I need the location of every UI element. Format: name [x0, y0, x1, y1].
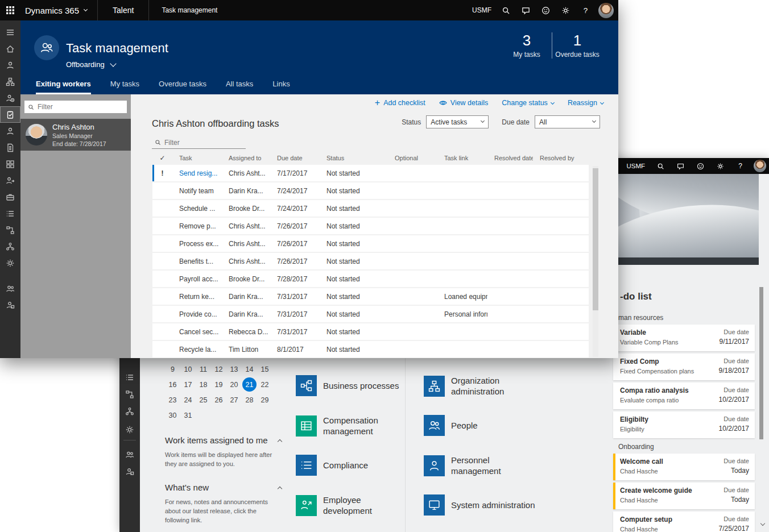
calendar-day[interactable]: 28: [242, 392, 257, 408]
column-header[interactable]: Due date: [270, 155, 320, 161]
calendar-day[interactable]: 17: [180, 377, 196, 392]
sidebar-item-transitions[interactable]: [0, 172, 20, 189]
sidebar-menu-button[interactable]: [0, 24, 20, 40]
todo-card[interactable]: Computer setup Chad Hasche Due date 7/25…: [613, 512, 755, 532]
sidebar-item-personnel[interactable]: [0, 123, 20, 139]
column-header[interactable]: Status: [320, 155, 388, 161]
add-checklist-button[interactable]: + Add checklist: [375, 99, 425, 107]
table-row[interactable]: Benefits t... Chris Asht... 7/26/2017 No…: [152, 253, 589, 269]
table-row[interactable]: Return ke... Darin Kra... 7/31/2017 Not …: [152, 288, 589, 305]
sidebar-item-home[interactable]: [0, 40, 20, 57]
calendar-day[interactable]: 12: [211, 361, 226, 377]
sidebar-item-teams[interactable]: [0, 280, 20, 297]
tile-organization-administration[interactable]: Organization administration: [424, 375, 543, 397]
cell-task[interactable]: Provide co...: [172, 310, 222, 318]
sidebar-item-leave[interactable]: [0, 90, 20, 106]
table-scrollbar[interactable]: [593, 166, 598, 357]
table-row[interactable]: Recycle la... Tim Litton 8/1/2017 Not st…: [152, 341, 589, 358]
todo-card[interactable]: Eligibilty Eligibility Due date 10/2/201…: [613, 412, 755, 438]
sidebar-item-compliance[interactable]: [119, 371, 140, 384]
column-header[interactable]: Resolved date: [487, 155, 533, 161]
table-scrollbar-thumb[interactable]: [593, 168, 598, 310]
tile-personnel-management[interactable]: Personnel management: [424, 455, 543, 476]
todo-card[interactable]: Compa ratio analysis Evaluate compa rati…: [613, 383, 755, 409]
help-button[interactable]: ?: [730, 158, 750, 174]
calendar-day[interactable]: 10: [180, 361, 196, 377]
workspace-tab[interactable]: Overdue tasks: [159, 80, 206, 94]
cell-task[interactable]: Send resig...: [172, 169, 222, 177]
view-selector[interactable]: Offboarding: [66, 60, 115, 69]
calendar-day[interactable]: 13: [226, 361, 242, 377]
view-details-button[interactable]: View details: [439, 99, 488, 107]
tile-employee-development[interactable]: Employee development: [296, 494, 415, 516]
sidebar-item-jobs[interactable]: [0, 189, 20, 205]
sidebar-item-task-management[interactable]: [0, 106, 20, 123]
cell-task[interactable]: Remove p...: [172, 222, 222, 230]
settings-button[interactable]: [710, 158, 730, 174]
company-selector[interactable]: USMF: [626, 163, 645, 169]
column-header[interactable]: Task: [172, 155, 222, 161]
calendar-day[interactable]: 24: [180, 392, 196, 408]
cell-task[interactable]: Cancel sec...: [172, 328, 222, 336]
cell-task[interactable]: Benefits t...: [172, 257, 222, 265]
settings-button[interactable]: [556, 0, 576, 20]
table-row[interactable]: Provide co... Darin Kra... 7/31/2017 Not…: [152, 306, 589, 322]
user-avatar[interactable]: [598, 3, 614, 18]
cell-task[interactable]: Notify team: [172, 187, 222, 195]
todo-card[interactable]: Create welcome guide Chad Hasche Due dat…: [613, 483, 755, 509]
user-avatar[interactable]: [754, 160, 766, 172]
search-button[interactable]: [651, 158, 671, 174]
sidebar-item-system[interactable]: [0, 255, 20, 271]
calendar-day[interactable]: 29: [257, 392, 272, 408]
table-row[interactable]: ! Send resig... Chris Asht... 7/17/2017 …: [152, 165, 589, 181]
search-button[interactable]: [496, 0, 516, 20]
sidebar-item-teams[interactable]: [119, 448, 140, 462]
sidebar-item-benefits[interactable]: [0, 156, 20, 172]
grid-filter-input[interactable]: [164, 139, 243, 147]
calendar-day[interactable]: 31: [180, 408, 196, 423]
workspace-tab[interactable]: Exiting workers: [36, 80, 91, 94]
calendar-day[interactable]: 26: [211, 392, 226, 408]
company-selector[interactable]: USMF: [472, 6, 491, 14]
sidebar-item-processes[interactable]: [0, 222, 20, 238]
messages-button[interactable]: [671, 158, 691, 174]
table-row[interactable]: Process ex... Chris Asht... 7/26/2017 No…: [152, 235, 589, 252]
worker-filter-input[interactable]: [38, 103, 123, 111]
feedback-button[interactable]: [691, 158, 710, 174]
worker-list-item-selected[interactable]: Chris Ashton Sales Manager End date: 7/2…: [20, 119, 131, 151]
calendar-day[interactable]: 27: [226, 392, 242, 408]
app-launcher-button[interactable]: [0, 0, 20, 20]
select-all-column-header[interactable]: ✓: [152, 154, 172, 162]
calendar-day[interactable]: 25: [196, 392, 211, 408]
status-filter-select[interactable]: Active tasks: [426, 115, 489, 128]
table-row[interactable]: Cancel sec... Rebecca D... 7/31/2017 Not…: [152, 323, 589, 340]
calendar-day[interactable]: 20: [226, 377, 242, 392]
app-name[interactable]: Talent: [97, 0, 149, 20]
cell-task[interactable]: Schedule ...: [172, 205, 222, 213]
sidebar-item-compliance[interactable]: [0, 205, 20, 222]
help-button[interactable]: ?: [576, 0, 596, 20]
column-header[interactable]: Task link: [437, 155, 487, 161]
tile-people[interactable]: People: [424, 415, 543, 436]
sidebar-item-employees[interactable]: [0, 57, 20, 73]
table-row[interactable]: Notify team Darin Kra... 7/24/2017 Not s…: [152, 182, 589, 199]
calendar-day[interactable]: 23: [165, 392, 180, 408]
todo-card[interactable]: Fixed Comp Fixed Compensation plans Due …: [613, 354, 755, 380]
table-row[interactable]: Payroll acc... Brooke Dr... 7/28/2017 No…: [152, 271, 589, 287]
calendar-day[interactable]: 11: [196, 361, 211, 377]
sidebar-item-onboarding[interactable]: [119, 465, 140, 479]
cell-task[interactable]: Payroll acc...: [172, 275, 222, 283]
sidebar-item-org-chart[interactable]: [0, 73, 20, 90]
collapse-up-icon[interactable]: [278, 486, 282, 491]
tile-compliance[interactable]: Compliance: [296, 455, 415, 476]
calendar-day[interactable]: 15: [257, 361, 272, 377]
change-status-button[interactable]: Change status: [502, 99, 554, 107]
due-date-filter-select[interactable]: All: [535, 115, 600, 128]
calendar-day[interactable]: 30: [165, 408, 180, 423]
todo-card[interactable]: Welcome call Chad Hasche Due date Today: [613, 454, 755, 480]
feedback-button[interactable]: [536, 0, 556, 20]
calendar-day[interactable]: 22: [257, 377, 272, 392]
workspace-tab[interactable]: Links: [272, 80, 290, 94]
column-header[interactable]: Assigned to: [222, 155, 270, 161]
column-header[interactable]: Resolved by: [533, 155, 589, 161]
